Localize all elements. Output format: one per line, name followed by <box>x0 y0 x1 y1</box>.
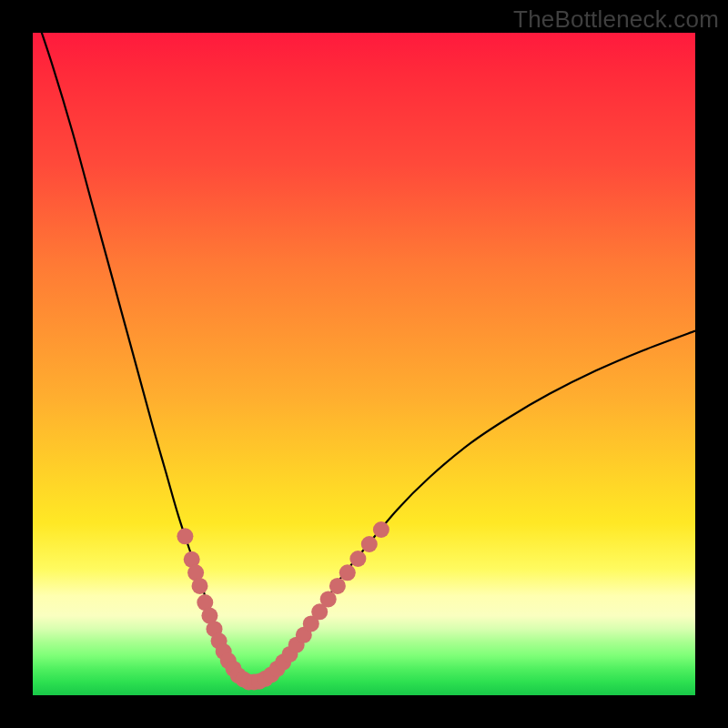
plot-area <box>33 33 695 695</box>
curve-marker <box>339 564 356 581</box>
curve-marker <box>373 521 389 538</box>
curve-marker <box>192 578 208 594</box>
curve-marker <box>349 551 366 567</box>
curve-markers <box>177 521 389 690</box>
curve-marker <box>329 578 346 594</box>
watermark-text: TheBottleneck.com <box>513 5 719 34</box>
chart-frame: TheBottleneck.com <box>0 0 728 728</box>
curve-marker <box>177 528 193 544</box>
bottleneck-curve <box>33 6 695 682</box>
curve-marker <box>320 591 337 607</box>
curve-marker <box>361 536 378 552</box>
curve-svg <box>33 33 695 695</box>
